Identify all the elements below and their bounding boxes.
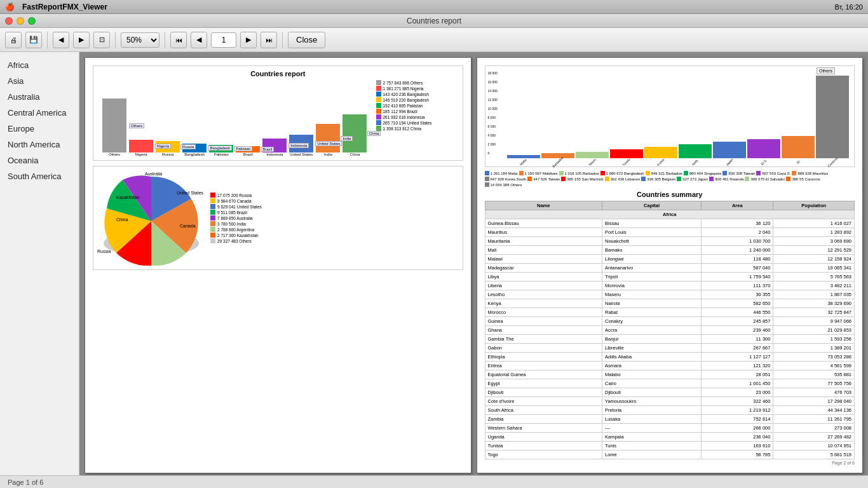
country-name: Djibouti: [485, 388, 602, 397]
sidebar-item-south-america[interactable]: South America: [0, 168, 79, 184]
maximize-window-button[interactable]: [28, 17, 36, 25]
country-capital: Nouakchott: [602, 237, 701, 246]
bar-india-label: India: [341, 136, 353, 141]
rlegend-color-11: [561, 177, 566, 181]
right-chart-section: Others 0 2 000 4 000 6 000 8 000 10 000 …: [485, 65, 855, 167]
pie-label-china: China: [116, 217, 128, 222]
last-page-button[interactable]: ⏭: [261, 32, 277, 48]
country-capital: Rabat: [602, 308, 701, 317]
country-pop: 9 947 066: [773, 317, 855, 326]
chart-with-legend: Others Others Nigeria: [97, 80, 459, 156]
bar-group-india: India India: [316, 124, 340, 156]
page-number-input[interactable]: [211, 32, 236, 48]
country-name: Morocco: [485, 308, 602, 317]
country-name: Eritrea: [485, 362, 602, 370]
pie-legend-text-2: 9 629 041 United States: [217, 205, 262, 209]
country-area: 23 000: [702, 388, 773, 397]
pie-label-russia: Russia: [97, 249, 111, 254]
country-area: 118 480: [702, 255, 773, 264]
rlegend-11: 385 155 San Marinob: [561, 177, 603, 181]
summary-title: Countries summary: [485, 191, 855, 198]
country-pop: 73 053 286: [773, 353, 855, 362]
bar-brazil-label: Brazil: [261, 147, 274, 152]
zoom-select[interactable]: 25% 50% 75% 100%: [121, 32, 159, 48]
country-name: South Africa: [485, 406, 602, 415]
country-capital: Yamoussoukro: [602, 397, 701, 406]
country-name: Liberia: [485, 281, 602, 290]
next-page-button[interactable]: ▶: [240, 32, 257, 48]
fit-page-button[interactable]: ⊡: [93, 32, 110, 48]
country-area: 582 650: [702, 299, 773, 308]
rbar-malta-bar: [507, 155, 540, 158]
first-page-button[interactable]: ⏮: [170, 32, 187, 48]
legend-item-5: 185 112 994 Brazil: [376, 109, 459, 114]
sidebar-item-oceania[interactable]: Oceania: [0, 152, 79, 168]
pie-label-us: United States: [177, 191, 204, 195]
save-button[interactable]: 💾: [25, 32, 42, 48]
zoom-out-button[interactable]: ◀: [53, 32, 69, 48]
content-area[interactable]: Countries report Others Others: [79, 52, 868, 475]
legend-color-4: [376, 103, 381, 108]
prev-page-button[interactable]: ◀: [191, 32, 207, 48]
country-capital: Port Louis: [602, 228, 701, 237]
legend-text-5: 185 112 994 Brazil: [383, 109, 417, 114]
rbar-malta-label: Malta: [519, 158, 527, 166]
country-name: Cote d'Ivoire: [485, 397, 602, 406]
country-pop: 11 261 795: [773, 415, 855, 424]
y-label-8: 16 000: [488, 80, 498, 84]
y-label-1: 2 000: [488, 142, 498, 146]
country-area: 121 320: [702, 362, 773, 370]
rlegend-text-0: 1 261 184 Malta: [491, 172, 518, 175]
rlegend-1: 1 150 597 Maldives: [519, 171, 558, 175]
rbar-tuvalu: Tuvalu: [610, 149, 643, 164]
country-pop: 19 065 341: [773, 264, 855, 273]
rlegend-18: 14 054 388 Others: [485, 182, 522, 187]
page-indicator: Page 2 of 6: [485, 461, 855, 465]
table-row: Equatorial GuineaMalabo28 051535 881: [485, 370, 855, 379]
country-pop: 3 069 690: [773, 237, 855, 246]
rlegend-color-4: [646, 171, 650, 175]
rbar-japan: Japan: [713, 142, 746, 164]
close-button[interactable]: Close: [288, 32, 325, 48]
table-row: TunisiaTunis163 61010 074 951: [485, 442, 855, 451]
legend-text-4: 192 410 865 Pakistan: [383, 104, 423, 108]
bar-chart-legend: 2 757 843 896 Others 1 381 271 885 Niger…: [376, 80, 459, 156]
country-name: Gambia The: [485, 335, 602, 344]
rlegend-text-2: 1 018 105 Barbados: [565, 172, 599, 175]
legend-item-1: 1 381 271 885 Nigeria: [376, 86, 459, 91]
print-button[interactable]: 🖨: [5, 32, 22, 48]
bar-bangladesh-label: Bangladesh: [208, 146, 232, 151]
country-pop: 5 681 519: [773, 451, 855, 459]
y-label-9: 18 000: [488, 71, 498, 75]
rbar-comoros: Comoros: [816, 76, 849, 164]
table-row: MalawiLilongwe118 48012 158 924: [485, 255, 855, 264]
sidebar-item-europe[interactable]: Europe: [0, 121, 79, 137]
close-window-button[interactable]: [5, 17, 13, 25]
sidebar-item-asia[interactable]: Asia: [0, 73, 79, 89]
country-name: Guinea-Bissau: [485, 219, 602, 228]
apple-menu[interactable]: 🍎: [5, 3, 15, 11]
sidebar-item-north-america[interactable]: North America: [0, 137, 79, 152]
sidebar-item-africa[interactable]: Africa: [0, 57, 79, 73]
sidebar-item-central-america[interactable]: Central America: [0, 105, 79, 121]
pie-legend-color-5: [210, 221, 215, 226]
col-name: Name: [485, 201, 602, 210]
country-pop: 44 344 136: [773, 406, 855, 415]
country-name: Mali: [485, 246, 602, 255]
rbar-el2-label: El: [796, 159, 800, 164]
zoom-in-button[interactable]: ▶: [73, 32, 90, 48]
y-axis: 0 2 000 4 000 6 000 8 000 10 000 12 000 …: [488, 69, 498, 158]
sidebar-item-australia[interactable]: Australia: [0, 89, 79, 105]
country-area: 30 355: [702, 290, 773, 299]
pie-legend-color-0: [210, 193, 215, 198]
rbar-korea-bar: [644, 147, 677, 158]
right-chart-legend: 1 261 184 Malta 1 150 597 Maldives 1 018…: [485, 171, 855, 187]
legend-color-3: [376, 97, 381, 102]
rlegend-13: 336 305 Belgium: [641, 177, 675, 181]
country-capital: Lilongwe: [602, 255, 701, 264]
pie-legend-text-3: 9 511 085 Brazil: [217, 210, 247, 215]
table-row: EritreaAsmara121 3204 561 599: [485, 362, 855, 370]
minimize-window-button[interactable]: [17, 17, 24, 25]
bar-chart-section: Countries report Others Others: [93, 65, 463, 161]
table-row: GuineaConakry245 8579 947 066: [485, 317, 855, 326]
